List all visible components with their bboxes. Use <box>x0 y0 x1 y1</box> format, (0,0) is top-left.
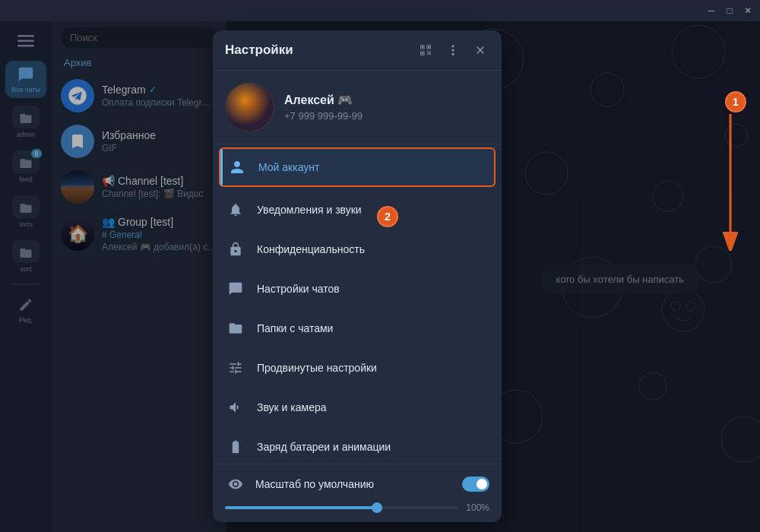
qr-code-icon[interactable] <box>416 41 435 59</box>
settings-item-label: Папки с чатами <box>257 322 489 334</box>
scale-slider-fill <box>225 506 377 509</box>
scale-toggle[interactable] <box>462 477 489 492</box>
settings-header: Настройки <box>213 30 502 71</box>
settings-item-label: Продвинутые настройки <box>257 362 489 374</box>
scale-value: 100% <box>466 502 489 513</box>
settings-item-chats[interactable]: Настройки чатов <box>213 269 502 309</box>
sliders-icon <box>225 357 246 378</box>
scale-slider[interactable] <box>225 506 458 509</box>
settings-item-battery[interactable]: Заряд батареи и анимации <box>213 427 502 464</box>
minimize-button[interactable]: ─ <box>705 5 717 17</box>
lock-icon <box>225 239 246 260</box>
profile-section[interactable]: Алексей 🎮 +7 999 999-99-99 <box>213 71 502 144</box>
settings-item-advanced[interactable]: Продвинутые настройки <box>213 348 502 388</box>
settings-item-label: Заряд батареи и анимации <box>257 441 489 453</box>
settings-menu: Мой аккаунт Уведомления и звуки Ко <box>213 144 502 464</box>
volume-icon <box>225 397 246 418</box>
scale-label: Масштаб по умолчанию <box>255 478 453 490</box>
settings-item-label: Звук и камера <box>257 401 489 413</box>
svg-point-28 <box>452 45 454 47</box>
profile-info: Алексей 🎮 +7 999 999-99-99 <box>284 93 363 122</box>
profile-phone: +7 999 999-99-99 <box>284 110 363 122</box>
bell-icon <box>225 199 246 220</box>
maximize-button[interactable]: □ <box>724 5 736 17</box>
settings-item-label: Уведомления и звуки <box>257 204 489 216</box>
settings-item-label: Настройки чатов <box>257 283 489 295</box>
folder-menu-icon <box>225 318 246 339</box>
scale-section: Масштаб по умолчанию 100% <box>213 464 502 522</box>
settings-item-privacy[interactable]: Конфиденциальность <box>213 230 502 269</box>
more-options-icon[interactable] <box>444 41 462 59</box>
chat-bubble-icon <box>225 278 246 299</box>
battery-icon <box>225 436 246 458</box>
profile-name: Алексей 🎮 <box>284 93 363 107</box>
svg-point-30 <box>452 53 454 55</box>
close-button[interactable]: ✕ <box>742 5 754 17</box>
scale-slider-thumb[interactable] <box>372 502 382 513</box>
scale-row: Масштаб по умолчанию <box>225 473 489 495</box>
settings-item-label: Мой аккаунт <box>258 161 488 173</box>
scale-slider-row: 100% <box>225 502 489 513</box>
eye-icon <box>225 473 246 495</box>
person-icon <box>226 157 248 178</box>
profile-avatar <box>225 83 274 131</box>
settings-item-my-account[interactable]: Мой аккаунт <box>219 147 496 187</box>
active-indicator <box>220 149 223 185</box>
settings-item-sound[interactable]: Звук и камера <box>213 388 502 427</box>
settings-title: Настройки <box>225 43 416 58</box>
settings-item-folders[interactable]: Папки с чатами <box>213 309 502 348</box>
settings-item-label: Конфиденциальность <box>257 243 489 255</box>
settings-item-notifications[interactable]: Уведомления и звуки <box>213 190 502 230</box>
close-icon[interactable] <box>471 41 489 59</box>
titlebar: ─ □ ✕ <box>0 0 760 21</box>
settings-dialog: Настройки <box>213 30 502 522</box>
svg-point-29 <box>452 49 454 52</box>
settings-header-icons <box>416 41 489 59</box>
